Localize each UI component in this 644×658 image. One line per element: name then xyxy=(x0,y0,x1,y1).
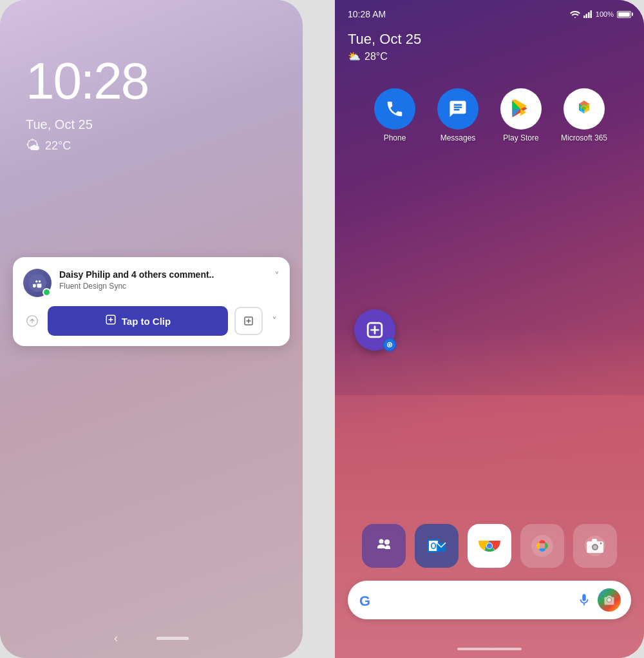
google-search-bar[interactable]: G xyxy=(348,581,631,619)
battery-icon xyxy=(617,11,631,18)
notification-actions: Tap to Clip ˅ xyxy=(23,306,279,336)
home-screen-temperature: 28°C xyxy=(365,51,388,63)
fab-clip-icon xyxy=(366,322,383,338)
app-photos-bottom[interactable] xyxy=(520,524,564,568)
m365-app-icon[interactable] xyxy=(564,88,605,130)
outlook-bottom-icon xyxy=(426,535,448,557)
battery-percent-label: 100% xyxy=(596,10,614,18)
svg-point-29 xyxy=(593,545,597,549)
signal-icon xyxy=(583,10,592,18)
lock-screen-time: 10:28 xyxy=(26,52,277,111)
m365-icon xyxy=(573,97,596,121)
status-icons: 100% xyxy=(570,10,631,18)
svg-rect-5 xyxy=(585,14,587,19)
chrome-bottom-icon xyxy=(478,534,501,557)
svg-rect-6 xyxy=(588,12,590,18)
svg-point-19 xyxy=(432,544,435,548)
m365-app-label: Microsoft 365 xyxy=(561,133,607,142)
home-screen-date-weather: Tue, Oct 25 ⛅ 28°C xyxy=(335,24,644,63)
left-phone: 10:28 Tue, Oct 25 🌤 22°C Daisy Philip an… xyxy=(0,0,303,658)
svg-point-24 xyxy=(487,543,492,548)
secondary-action-button[interactable] xyxy=(234,307,263,335)
weather-icon-right: ⛅ xyxy=(348,50,361,63)
svg-point-33 xyxy=(607,598,611,602)
svg-rect-7 xyxy=(590,10,592,18)
teams-app-icon xyxy=(23,269,52,297)
svg-point-25 xyxy=(531,535,553,557)
status-time: 10:28 AM xyxy=(348,9,386,19)
home-pill[interactable] xyxy=(156,637,189,640)
voice-search-icon[interactable] xyxy=(577,593,591,607)
play-store-app-label: Play Store xyxy=(503,133,538,142)
fab-badge-icon xyxy=(386,342,393,348)
fab-badge xyxy=(383,338,397,352)
messages-app-icon[interactable] xyxy=(437,88,478,130)
share-icon xyxy=(23,312,41,330)
expand-icon[interactable]: ˅ xyxy=(269,313,279,330)
lock-screen-temperature: 22°C xyxy=(45,139,71,153)
phone-app-label: Phone xyxy=(384,133,406,142)
right-phone: 10:28 AM 100% xyxy=(335,0,644,658)
app-item-messages[interactable]: Messages xyxy=(432,88,484,142)
tap-to-clip-button[interactable]: Tap to Clip xyxy=(48,306,228,336)
lock-screen-date: Tue, Oct 25 xyxy=(26,117,277,132)
visual-search-icon[interactable] xyxy=(598,588,621,612)
app-item-phone[interactable]: Phone xyxy=(369,88,421,142)
app-teams-bottom[interactable] xyxy=(362,524,406,568)
play-store-icon xyxy=(509,97,533,121)
bottom-nav-left: ‹ xyxy=(0,632,303,645)
app-row-bottom xyxy=(335,524,644,568)
svg-rect-30 xyxy=(592,539,597,542)
lock-screen-weather: 🌤 22°C xyxy=(26,137,277,154)
teams-bottom-icon xyxy=(372,534,395,557)
notification-subtitle: Fluent Design Sync xyxy=(59,282,267,291)
phone-app-icon[interactable] xyxy=(374,88,415,130)
svg-rect-4 xyxy=(583,15,585,18)
app-item-m365[interactable]: Microsoft 365 xyxy=(558,88,610,142)
svg-point-31 xyxy=(600,543,602,545)
camera-bottom-icon xyxy=(584,535,606,557)
fab-container xyxy=(354,309,395,351)
notification-header: Daisy Philip and 4 others comment.. Flue… xyxy=(23,269,279,297)
home-screen-date: Tue, Oct 25 xyxy=(348,31,631,48)
notification-text: Daisy Philip and 4 others comment.. Flue… xyxy=(59,269,267,291)
messages-icon xyxy=(448,99,468,119)
home-indicator-right xyxy=(457,648,522,650)
svg-text:G: G xyxy=(359,593,370,608)
tap-to-clip-label: Tap to Clip xyxy=(122,316,171,327)
app-chrome-bottom[interactable] xyxy=(468,524,511,568)
app-camera-bottom[interactable] xyxy=(573,524,617,568)
app-item-play-store[interactable]: Play Store xyxy=(495,88,547,142)
clip-icon xyxy=(105,314,117,328)
status-bar: 10:28 AM 100% xyxy=(335,0,644,24)
photos-bottom-icon xyxy=(531,534,554,557)
wifi-icon xyxy=(570,10,580,18)
fab-button[interactable] xyxy=(354,309,395,351)
svg-point-14 xyxy=(379,539,384,544)
phone-icon xyxy=(385,99,404,119)
weather-icon-left: 🌤 xyxy=(26,137,40,154)
google-g-icon: G xyxy=(358,592,375,608)
notification-card: Daisy Philip and 4 others comment.. Flue… xyxy=(13,257,290,346)
back-button[interactable]: ‹ xyxy=(114,632,118,645)
play-store-app-icon[interactable] xyxy=(500,88,542,130)
notification-chevron-icon[interactable]: ˅ xyxy=(274,270,279,282)
messages-app-label: Messages xyxy=(440,133,476,142)
notification-title: Daisy Philip and 4 others comment.. xyxy=(59,269,267,280)
app-row-top: Phone Messages xyxy=(335,63,644,142)
app-outlook-bottom[interactable] xyxy=(415,524,459,568)
svg-point-13 xyxy=(384,539,390,545)
home-screen-weather: ⛅ 28°C xyxy=(348,50,631,63)
camera-search-icon xyxy=(603,594,615,606)
online-indicator xyxy=(43,288,51,296)
